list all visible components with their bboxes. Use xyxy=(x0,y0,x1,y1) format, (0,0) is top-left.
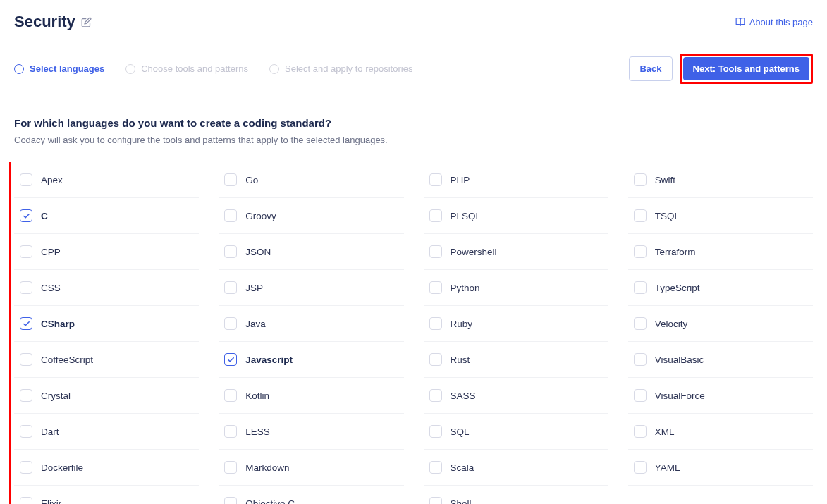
checkbox[interactable] xyxy=(224,317,237,330)
radio-icon xyxy=(269,64,279,74)
language-item[interactable]: TypeScript xyxy=(628,270,813,306)
checkbox[interactable] xyxy=(429,173,442,186)
step-select-languages[interactable]: Select languages xyxy=(14,63,104,74)
checkbox[interactable] xyxy=(634,281,647,294)
checkbox[interactable] xyxy=(634,461,647,474)
checkbox[interactable] xyxy=(429,353,442,366)
checkbox[interactable] xyxy=(634,389,647,402)
checkbox[interactable] xyxy=(429,425,442,438)
language-item[interactable]: JSON xyxy=(219,234,403,270)
edit-icon[interactable] xyxy=(81,17,92,27)
language-item[interactable]: SASS xyxy=(424,378,608,414)
language-item[interactable]: VisualBasic xyxy=(628,342,813,378)
language-item[interactable]: C xyxy=(14,198,199,234)
language-item[interactable]: Go xyxy=(219,162,403,198)
language-item[interactable]: Velocity xyxy=(628,306,813,342)
checkbox[interactable] xyxy=(20,461,32,474)
checkbox[interactable] xyxy=(224,425,237,438)
language-label: PHP xyxy=(451,175,470,185)
checkbox[interactable] xyxy=(429,461,442,474)
step-label: Select languages xyxy=(30,63,104,74)
language-item[interactable]: Kotlin xyxy=(219,378,403,414)
language-label: C xyxy=(41,211,48,221)
language-grid: ApexCCPPCSSCSharpCoffeeScriptCrystalDart… xyxy=(14,162,813,504)
checkbox[interactable] xyxy=(224,353,237,366)
language-item[interactable]: CSharp xyxy=(14,306,199,342)
checkbox[interactable] xyxy=(20,353,32,366)
checkbox[interactable] xyxy=(224,281,237,294)
checkbox[interactable] xyxy=(429,245,442,258)
checkbox[interactable] xyxy=(20,281,32,294)
language-item[interactable]: Shell xyxy=(424,486,608,504)
checkbox[interactable] xyxy=(634,209,647,222)
checkbox[interactable] xyxy=(224,209,237,222)
language-label: Objective C xyxy=(245,498,295,505)
checkbox[interactable] xyxy=(429,209,442,222)
language-item[interactable]: Java xyxy=(219,306,403,342)
checkbox[interactable] xyxy=(20,173,32,186)
page-header: Security About this page xyxy=(14,13,813,54)
checkbox[interactable] xyxy=(429,317,442,330)
language-item[interactable]: TSQL xyxy=(628,198,813,234)
checkbox[interactable] xyxy=(20,317,32,330)
radio-icon xyxy=(14,64,24,74)
language-item[interactable]: Scala xyxy=(424,450,608,486)
language-item[interactable]: Swift xyxy=(628,162,813,198)
language-item[interactable]: YAML xyxy=(628,450,813,486)
back-button[interactable]: Back xyxy=(629,56,672,81)
checkbox[interactable] xyxy=(20,425,32,438)
language-item[interactable]: Dockerfile xyxy=(14,450,199,486)
language-item[interactable]: Objective C xyxy=(219,486,403,504)
language-item[interactable]: Groovy xyxy=(219,198,403,234)
checkbox[interactable] xyxy=(634,173,647,186)
language-item[interactable]: JSP xyxy=(219,270,403,306)
checkbox[interactable] xyxy=(224,173,237,186)
language-label: VisualBasic xyxy=(655,355,704,365)
language-item[interactable]: PHP xyxy=(424,162,608,198)
language-item[interactable]: Terraform xyxy=(628,234,813,270)
language-item[interactable]: Crystal xyxy=(14,378,199,414)
language-item[interactable]: Powershell xyxy=(424,234,608,270)
next-button[interactable]: Next: Tools and patterns xyxy=(683,57,809,80)
language-label: YAML xyxy=(655,462,680,473)
checkbox[interactable] xyxy=(20,245,32,258)
language-item[interactable]: Elixir xyxy=(14,486,199,504)
checkbox[interactable] xyxy=(634,425,647,438)
checkbox[interactable] xyxy=(429,389,442,402)
checkbox[interactable] xyxy=(429,497,442,504)
language-label: Powershell xyxy=(451,247,497,257)
checkbox[interactable] xyxy=(224,497,237,504)
step-choose-tools[interactable]: Choose tools and patterns xyxy=(125,63,248,74)
language-item[interactable]: SQL xyxy=(424,414,608,450)
language-item[interactable]: VisualForce xyxy=(628,378,813,414)
language-label: XML xyxy=(655,426,675,437)
checkbox[interactable] xyxy=(20,209,32,222)
checkbox[interactable] xyxy=(429,281,442,294)
language-item[interactable]: Rust xyxy=(424,342,608,378)
checkbox[interactable] xyxy=(224,461,237,474)
checkbox[interactable] xyxy=(634,353,647,366)
language-item[interactable]: Ruby xyxy=(424,306,608,342)
language-item[interactable]: CSS xyxy=(14,270,199,306)
language-item[interactable]: Python xyxy=(424,270,608,306)
language-item[interactable]: Javascript xyxy=(219,342,403,378)
language-item[interactable]: Dart xyxy=(14,414,199,450)
language-item[interactable]: CPP xyxy=(14,234,199,270)
checkbox[interactable] xyxy=(20,389,32,402)
language-item[interactable]: PLSQL xyxy=(424,198,608,234)
checkbox[interactable] xyxy=(634,245,647,258)
checkbox[interactable] xyxy=(224,389,237,402)
checkbox[interactable] xyxy=(634,317,647,330)
language-item[interactable]: Markdown xyxy=(219,450,403,486)
step-apply-repositories[interactable]: Select and apply to repositories xyxy=(269,63,412,74)
language-item[interactable]: CoffeeScript xyxy=(14,342,199,378)
language-label: Rust xyxy=(451,355,470,365)
language-item[interactable]: XML xyxy=(628,414,813,450)
language-label: Dart xyxy=(41,426,59,437)
about-page-link[interactable]: About this page xyxy=(735,17,813,27)
language-item[interactable]: Apex xyxy=(14,162,199,198)
checkbox[interactable] xyxy=(20,497,32,504)
about-page-label: About this page xyxy=(749,17,813,27)
language-item[interactable]: LESS xyxy=(219,414,403,450)
checkbox[interactable] xyxy=(224,245,237,258)
